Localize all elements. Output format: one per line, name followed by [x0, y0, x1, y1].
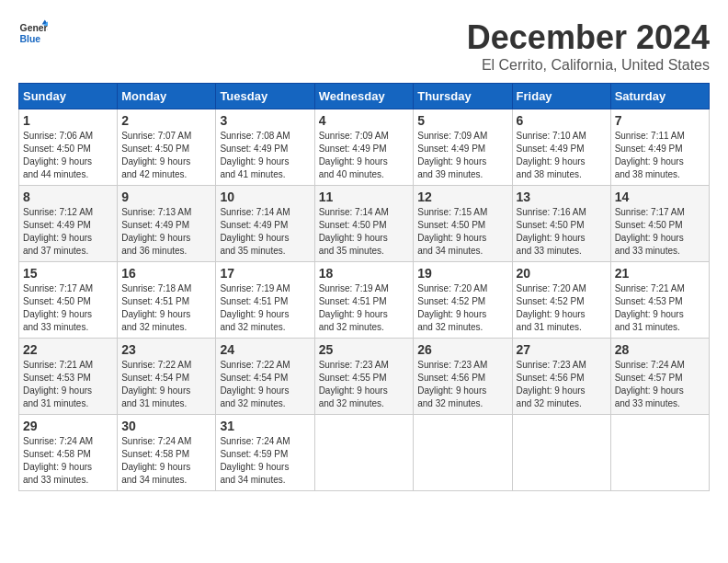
- day-info: Sunrise: 7:23 AM Sunset: 4:56 PM Dayligh…: [417, 359, 507, 410]
- week-row: 29Sunrise: 7:24 AM Sunset: 4:58 PM Dayli…: [19, 415, 710, 491]
- day-cell: 22Sunrise: 7:21 AM Sunset: 4:53 PM Dayli…: [19, 339, 118, 415]
- day-cell: 17Sunrise: 7:19 AM Sunset: 4:51 PM Dayli…: [216, 262, 314, 339]
- day-info: Sunrise: 7:22 AM Sunset: 4:54 PM Dayligh…: [121, 359, 211, 410]
- day-cell: 18Sunrise: 7:19 AM Sunset: 4:51 PM Dayli…: [314, 262, 414, 339]
- day-number: 25: [319, 342, 410, 357]
- day-number: 6: [517, 113, 607, 128]
- day-number: 31: [220, 419, 310, 433]
- calendar-body: 1Sunrise: 7:06 AM Sunset: 4:50 PM Daylig…: [19, 109, 710, 491]
- day-cell: 3Sunrise: 7:08 AM Sunset: 4:49 PM Daylig…: [216, 109, 314, 186]
- day-cell: 13Sunrise: 7:16 AM Sunset: 4:50 PM Dayli…: [512, 186, 610, 262]
- day-number: 10: [220, 190, 310, 204]
- day-number: 23: [121, 342, 211, 357]
- day-info: Sunrise: 7:09 AM Sunset: 4:49 PM Dayligh…: [417, 130, 507, 181]
- day-number: 2: [121, 113, 211, 128]
- day-number: 1: [23, 113, 113, 128]
- day-info: Sunrise: 7:24 AM Sunset: 4:57 PM Dayligh…: [615, 359, 705, 410]
- day-info: Sunrise: 7:14 AM Sunset: 4:49 PM Dayligh…: [220, 206, 310, 258]
- calendar-title: December 2024: [467, 18, 710, 57]
- day-number: 30: [121, 419, 211, 433]
- day-number: 11: [319, 190, 410, 204]
- day-number: 12: [417, 190, 507, 204]
- day-cell: 29Sunrise: 7:24 AM Sunset: 4:58 PM Dayli…: [19, 415, 118, 491]
- day-info: Sunrise: 7:24 AM Sunset: 4:58 PM Dayligh…: [121, 435, 211, 487]
- calendar-header: SundayMondayTuesdayWednesdayThursdayFrid…: [19, 84, 710, 109]
- week-row: 1Sunrise: 7:06 AM Sunset: 4:50 PM Daylig…: [19, 109, 710, 186]
- page-header: General Blue December 2024 El Cerrito, C…: [18, 18, 710, 74]
- day-number: 15: [23, 266, 113, 281]
- day-number: 14: [615, 190, 705, 204]
- day-cell: 23Sunrise: 7:22 AM Sunset: 4:54 PM Dayli…: [118, 339, 216, 415]
- day-number: 28: [615, 342, 705, 357]
- header-cell: Saturday: [610, 84, 709, 109]
- day-cell: [414, 415, 512, 491]
- day-cell: 2Sunrise: 7:07 AM Sunset: 4:50 PM Daylig…: [118, 109, 216, 186]
- day-number: 4: [319, 113, 410, 128]
- day-cell: 25Sunrise: 7:23 AM Sunset: 4:55 PM Dayli…: [314, 339, 414, 415]
- day-number: 21: [615, 266, 705, 281]
- day-info: Sunrise: 7:19 AM Sunset: 4:51 PM Dayligh…: [220, 282, 310, 334]
- day-cell: 19Sunrise: 7:20 AM Sunset: 4:52 PM Dayli…: [414, 262, 512, 339]
- day-number: 22: [23, 342, 113, 357]
- day-info: Sunrise: 7:10 AM Sunset: 4:49 PM Dayligh…: [517, 130, 607, 181]
- week-row: 22Sunrise: 7:21 AM Sunset: 4:53 PM Dayli…: [19, 339, 710, 415]
- svg-text:General: General: [20, 23, 48, 33]
- day-info: Sunrise: 7:14 AM Sunset: 4:50 PM Dayligh…: [319, 206, 410, 258]
- day-cell: 11Sunrise: 7:14 AM Sunset: 4:50 PM Dayli…: [314, 186, 414, 262]
- day-number: 17: [220, 266, 310, 281]
- day-info: Sunrise: 7:21 AM Sunset: 4:53 PM Dayligh…: [615, 282, 705, 334]
- logo: General Blue: [18, 18, 48, 48]
- day-cell: 1Sunrise: 7:06 AM Sunset: 4:50 PM Daylig…: [19, 109, 118, 186]
- day-info: Sunrise: 7:12 AM Sunset: 4:49 PM Dayligh…: [23, 206, 113, 258]
- day-number: 19: [417, 266, 507, 281]
- day-info: Sunrise: 7:16 AM Sunset: 4:50 PM Dayligh…: [517, 206, 607, 258]
- day-info: Sunrise: 7:24 AM Sunset: 4:58 PM Dayligh…: [23, 435, 113, 487]
- day-cell: 5Sunrise: 7:09 AM Sunset: 4:49 PM Daylig…: [414, 109, 512, 186]
- day-info: Sunrise: 7:22 AM Sunset: 4:54 PM Dayligh…: [220, 359, 310, 410]
- day-number: 27: [517, 342, 607, 357]
- day-info: Sunrise: 7:09 AM Sunset: 4:49 PM Dayligh…: [319, 130, 410, 181]
- week-row: 15Sunrise: 7:17 AM Sunset: 4:50 PM Dayli…: [19, 262, 710, 339]
- day-number: 16: [121, 266, 211, 281]
- calendar-subtitle: El Cerrito, California, United States: [467, 57, 710, 74]
- day-cell: 30Sunrise: 7:24 AM Sunset: 4:58 PM Dayli…: [118, 415, 216, 491]
- day-info: Sunrise: 7:19 AM Sunset: 4:51 PM Dayligh…: [319, 282, 410, 334]
- svg-text:Blue: Blue: [20, 34, 41, 44]
- day-info: Sunrise: 7:20 AM Sunset: 4:52 PM Dayligh…: [417, 282, 507, 334]
- day-cell: 27Sunrise: 7:23 AM Sunset: 4:56 PM Dayli…: [512, 339, 610, 415]
- day-info: Sunrise: 7:21 AM Sunset: 4:53 PM Dayligh…: [23, 359, 113, 410]
- day-info: Sunrise: 7:07 AM Sunset: 4:50 PM Dayligh…: [121, 130, 211, 181]
- day-info: Sunrise: 7:17 AM Sunset: 4:50 PM Dayligh…: [23, 282, 113, 334]
- day-info: Sunrise: 7:17 AM Sunset: 4:50 PM Dayligh…: [615, 206, 705, 258]
- header-cell: Tuesday: [216, 84, 314, 109]
- header-cell: Wednesday: [314, 84, 414, 109]
- day-info: Sunrise: 7:18 AM Sunset: 4:51 PM Dayligh…: [121, 282, 211, 334]
- day-number: 18: [319, 266, 410, 281]
- day-info: Sunrise: 7:08 AM Sunset: 4:49 PM Dayligh…: [220, 130, 310, 181]
- header-cell: Friday: [512, 84, 610, 109]
- calendar-table: SundayMondayTuesdayWednesdayThursdayFrid…: [18, 83, 710, 491]
- week-row: 8Sunrise: 7:12 AM Sunset: 4:49 PM Daylig…: [19, 186, 710, 262]
- day-info: Sunrise: 7:11 AM Sunset: 4:49 PM Dayligh…: [615, 130, 705, 181]
- day-cell: 10Sunrise: 7:14 AM Sunset: 4:49 PM Dayli…: [216, 186, 314, 262]
- day-info: Sunrise: 7:20 AM Sunset: 4:52 PM Dayligh…: [517, 282, 607, 334]
- day-info: Sunrise: 7:24 AM Sunset: 4:59 PM Dayligh…: [220, 435, 310, 487]
- day-cell: 21Sunrise: 7:21 AM Sunset: 4:53 PM Dayli…: [610, 262, 709, 339]
- day-number: 24: [220, 342, 310, 357]
- day-cell: [512, 415, 610, 491]
- day-number: 7: [615, 113, 705, 128]
- day-cell: 7Sunrise: 7:11 AM Sunset: 4:49 PM Daylig…: [610, 109, 709, 186]
- header-cell: Monday: [118, 84, 216, 109]
- title-section: December 2024 El Cerrito, California, Un…: [467, 18, 710, 74]
- day-number: 13: [517, 190, 607, 204]
- day-cell: [610, 415, 709, 491]
- day-cell: 16Sunrise: 7:18 AM Sunset: 4:51 PM Dayli…: [118, 262, 216, 339]
- day-info: Sunrise: 7:15 AM Sunset: 4:50 PM Dayligh…: [417, 206, 507, 258]
- day-info: Sunrise: 7:13 AM Sunset: 4:49 PM Dayligh…: [121, 206, 211, 258]
- logo-icon: General Blue: [18, 18, 48, 48]
- day-cell: 15Sunrise: 7:17 AM Sunset: 4:50 PM Dayli…: [19, 262, 118, 339]
- day-cell: 9Sunrise: 7:13 AM Sunset: 4:49 PM Daylig…: [118, 186, 216, 262]
- day-cell: 4Sunrise: 7:09 AM Sunset: 4:49 PM Daylig…: [314, 109, 414, 186]
- header-row: SundayMondayTuesdayWednesdayThursdayFrid…: [19, 84, 710, 109]
- day-info: Sunrise: 7:06 AM Sunset: 4:50 PM Dayligh…: [23, 130, 113, 181]
